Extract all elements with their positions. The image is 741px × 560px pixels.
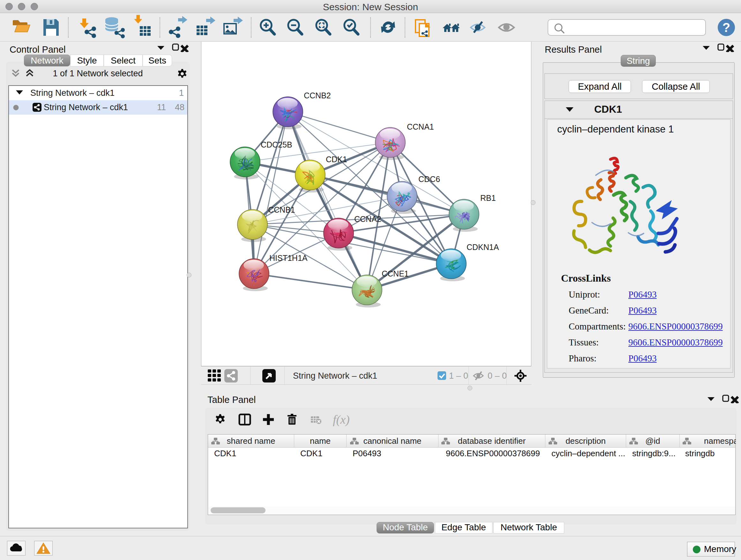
- svg-text:CDC6: CDC6: [418, 175, 440, 184]
- svg-text:CDC25B: CDC25B: [261, 140, 292, 149]
- svg-text:HIST1H1A: HIST1H1A: [269, 253, 308, 262]
- svg-text:RB1: RB1: [480, 193, 496, 202]
- svg-text:CDKN1A: CDKN1A: [467, 243, 499, 252]
- svg-text:CCNA2: CCNA2: [354, 214, 381, 224]
- svg-text:CDK1: CDK1: [326, 155, 347, 164]
- svg-text:CCNB1: CCNB1: [268, 205, 295, 214]
- svg-text:f(x): f(x): [333, 413, 350, 427]
- svg-text:CCNA1: CCNA1: [407, 122, 434, 131]
- svg-text:CCNE1: CCNE1: [382, 269, 409, 278]
- svg-text:CCNB2: CCNB2: [304, 91, 331, 100]
